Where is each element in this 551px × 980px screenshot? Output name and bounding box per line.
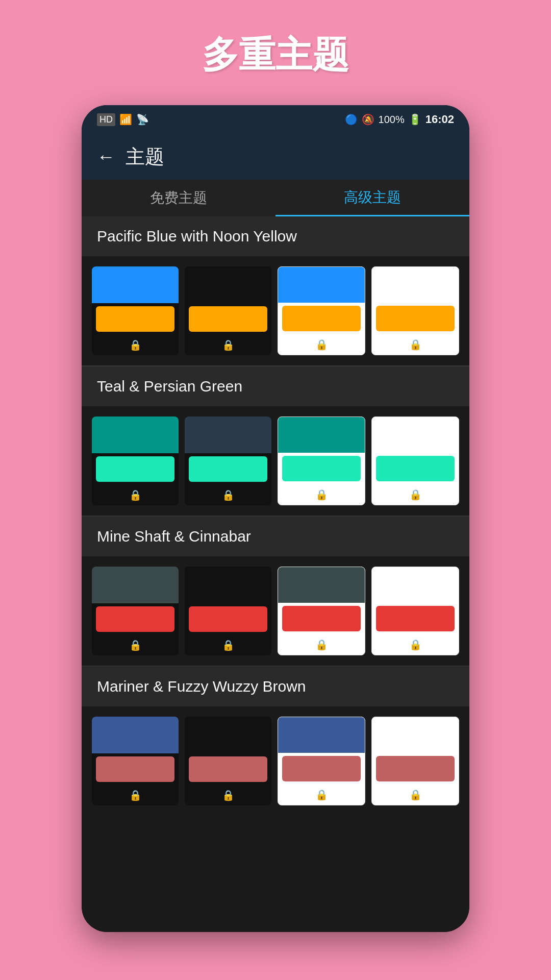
signal-icon: 📶: [119, 113, 132, 126]
tabs-bar: 免费主题 高级主题: [82, 180, 469, 216]
lock-icon: 🔒: [278, 334, 365, 355]
theme-section-0: Pacific Blue with Noon Yellow🔒🔒🔒🔒: [82, 216, 469, 366]
status-left: HD 📶 📡: [97, 113, 149, 126]
lock-icon: 🔒: [372, 634, 459, 655]
lock-icon: 🔒: [92, 485, 179, 505]
theme-section-3: Mariner & Fuzzy Wuzzy Brown🔒🔒🔒🔒: [82, 667, 469, 816]
status-right: 🔵 🔕 100% 🔋 16:02: [345, 113, 454, 126]
swatch-card-0-1[interactable]: 🔒: [185, 266, 271, 355]
swatch-card-0-3[interactable]: 🔒: [371, 266, 459, 355]
swatch-card-2-1[interactable]: 🔒: [185, 567, 271, 655]
swatch-card-2-3[interactable]: 🔒: [371, 567, 459, 655]
back-button[interactable]: ←: [97, 146, 115, 167]
lock-icon: 🔒: [185, 635, 271, 655]
swatch-card-2-2[interactable]: 🔒: [278, 567, 365, 655]
hd-icon: HD: [97, 113, 115, 126]
lock-icon: 🔒: [92, 635, 179, 655]
theme-header-1: Teal & Persian Green: [82, 366, 469, 406]
bluetooth-icon: 🔵: [345, 113, 358, 126]
theme-section-2: Mine Shaft & Cinnabar🔒🔒🔒🔒: [82, 517, 469, 667]
swatch-card-1-2[interactable]: 🔒: [278, 416, 365, 505]
tab-free-themes[interactable]: 免费主题: [82, 180, 276, 216]
theme-header-3: Mariner & Fuzzy Wuzzy Brown: [82, 667, 469, 706]
swatch-card-3-0[interactable]: 🔒: [92, 717, 179, 805]
lock-icon: 🔒: [372, 785, 459, 805]
theme-header-2: Mine Shaft & Cinnabar: [82, 517, 469, 556]
lock-icon: 🔒: [372, 334, 459, 355]
lock-icon: 🔒: [92, 335, 179, 355]
screen-title: 主题: [126, 144, 164, 170]
status-bar: HD 📶 📡 🔵 🔕 100% 🔋 16:02: [82, 105, 469, 134]
phone-frame: HD 📶 📡 🔵 🔕 100% 🔋 16:02 ← 主题 免费主题 高级主题 P…: [82, 105, 469, 932]
swatch-card-2-0[interactable]: 🔒: [92, 567, 179, 655]
lock-icon: 🔒: [278, 785, 365, 805]
swatch-card-3-2[interactable]: 🔒: [278, 717, 365, 805]
page-title: 多重主题: [202, 31, 349, 80]
swatch-card-0-2[interactable]: 🔒: [278, 266, 365, 355]
lock-icon: 🔒: [92, 785, 179, 805]
swatch-card-1-3[interactable]: 🔒: [371, 416, 459, 505]
lock-icon: 🔒: [185, 485, 271, 505]
swatch-card-3-1[interactable]: 🔒: [185, 717, 271, 805]
mute-icon: 🔕: [362, 113, 374, 126]
swatch-card-1-1[interactable]: 🔒: [185, 416, 271, 505]
swatch-card-3-3[interactable]: 🔒: [371, 717, 459, 805]
status-time: 16:02: [425, 113, 454, 126]
theme-header-0: Pacific Blue with Noon Yellow: [82, 216, 469, 256]
theme-swatches-2: 🔒🔒🔒🔒: [82, 556, 469, 666]
battery-icon: 🔋: [409, 113, 421, 126]
theme-swatches-3: 🔒🔒🔒🔒: [82, 706, 469, 816]
swatch-card-1-0[interactable]: 🔒: [92, 416, 179, 505]
battery-percent: 100%: [379, 114, 405, 126]
content-area: Pacific Blue with Noon Yellow🔒🔒🔒🔒Teal & …: [82, 216, 469, 932]
lock-icon: 🔒: [278, 484, 365, 505]
wifi-icon: 📡: [136, 113, 149, 126]
theme-swatches-1: 🔒🔒🔒🔒: [82, 406, 469, 516]
lock-icon: 🔒: [278, 634, 365, 655]
swatch-card-0-0[interactable]: 🔒: [92, 266, 179, 355]
lock-icon: 🔒: [372, 484, 459, 505]
top-bar: ← 主题: [82, 134, 469, 180]
theme-section-1: Teal & Persian Green🔒🔒🔒🔒: [82, 366, 469, 517]
theme-swatches-0: 🔒🔒🔒🔒: [82, 256, 469, 365]
lock-icon: 🔒: [185, 335, 271, 355]
lock-icon: 🔒: [185, 785, 271, 805]
tab-premium-themes[interactable]: 高级主题: [276, 180, 469, 216]
